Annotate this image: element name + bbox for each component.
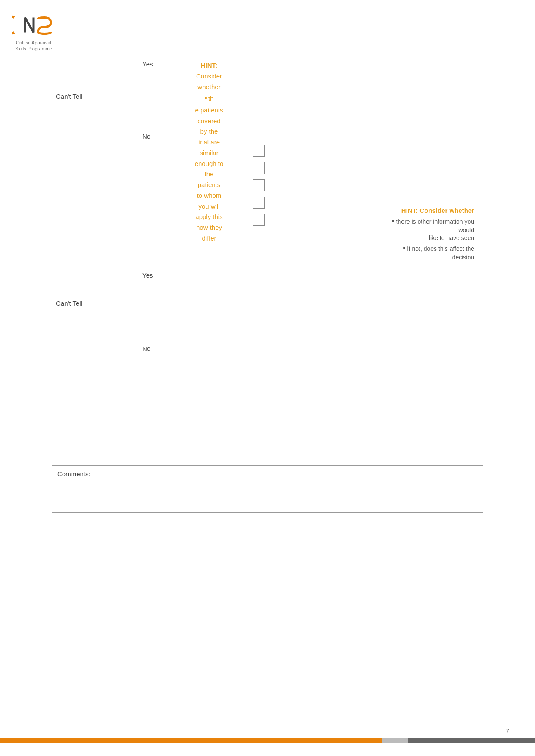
right-hint-item2: like to have seen <box>429 234 474 241</box>
checkboxes-group <box>253 142 265 228</box>
yes-label-mid: Yes <box>142 272 153 279</box>
hint-bullet-th: th <box>208 94 214 104</box>
page-number: 7 <box>506 728 509 734</box>
main-content: Yes Can't Tell No Yes Can't Tell No HINT… <box>26 60 509 384</box>
checkbox-3[interactable] <box>253 179 265 191</box>
hint-patients: patients <box>172 180 246 191</box>
hint-consider: Consider <box>172 71 246 82</box>
hint-differ: differ <box>172 233 246 244</box>
right-hint-item3-prefix: if not, does this affect the <box>407 245 474 252</box>
yes-label-top: Yes <box>142 60 153 68</box>
right-hint-item3-suffix: decision <box>452 254 474 261</box>
right-hint-item1-suffix: would <box>458 227 474 234</box>
no-label-mid: No <box>142 133 150 140</box>
cant-tell-label-top: Can't Tell <box>56 93 82 100</box>
hint-you-will: you will <box>172 201 246 212</box>
footer-bar <box>0 738 535 743</box>
footer-dark-segment <box>408 738 535 743</box>
hint-to-whom: to whom <box>172 191 246 201</box>
svg-line-1 <box>25 18 34 33</box>
logo: Critical Appraisal Skills Programme <box>12 12 55 52</box>
hint-similar: similar <box>172 148 246 159</box>
checkbox-4[interactable] <box>253 197 265 209</box>
checkbox-1[interactable] <box>253 145 265 157</box>
comments-label: Comments: <box>57 470 91 478</box>
hint-how-they: how they <box>172 222 246 233</box>
hint-apply-this: apply this <box>172 212 246 222</box>
hint-covered: covered <box>172 116 246 127</box>
hint-by-the: by the <box>172 126 246 137</box>
checkbox-5[interactable] <box>253 214 265 226</box>
right-hint-title: HINT: Consider whether <box>293 207 474 214</box>
no-label-bot: No <box>142 345 150 352</box>
logo-subtitle: Critical Appraisal Skills Programme <box>12 40 55 52</box>
footer-gray-segment <box>382 738 407 743</box>
comments-section: Comments: <box>52 465 483 513</box>
checkbox-2[interactable] <box>253 162 265 174</box>
hint-trial-are: trial are <box>172 137 246 148</box>
hint-text-block: HINT: Consider whether • th e patients c… <box>172 60 246 244</box>
right-hint-block: HINT: Consider whether • there is other … <box>293 207 474 261</box>
flow-diagram: Yes Can't Tell No Yes Can't Tell No HINT… <box>26 60 509 384</box>
hint-whether: whether <box>172 82 246 93</box>
hint-e-patients: e patients <box>172 105 246 116</box>
hint-enough-to: enough to <box>172 159 246 169</box>
comments-box: Comments: <box>52 465 483 513</box>
hint-the: the <box>172 169 246 180</box>
footer-orange-segment <box>0 738 382 743</box>
right-hint-item1-prefix: there is other information you <box>396 218 474 225</box>
cant-tell-label-bot: Can't Tell <box>56 300 82 307</box>
hint-title: HINT: <box>172 60 246 71</box>
